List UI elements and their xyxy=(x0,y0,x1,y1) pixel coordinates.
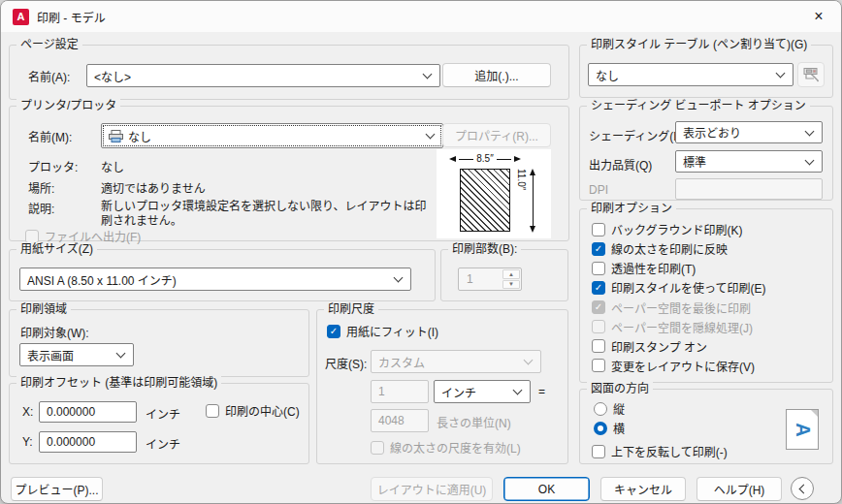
selected-value: ANSI A (8.50 x 11.00 インチ) xyxy=(27,271,177,288)
checkbox-icon xyxy=(206,404,219,418)
plot-option-label: 透過性を印刷(T) xyxy=(611,260,696,276)
checkbox-icon xyxy=(592,262,605,275)
plot-scale-group: 印刷尺度 用紙にフィット(I) 尺度(S): カスタム 1 インチ = 4048… xyxy=(316,309,568,464)
shaded-viewport-group: シェーディング ビューポート オプション シェーディング(D) 表示どおり 出力… xyxy=(579,106,833,201)
properties-button[interactable]: プロパティ(R)... xyxy=(442,123,551,147)
add-button[interactable]: 追加(.)... xyxy=(442,63,551,87)
checkbox-icon xyxy=(592,320,605,333)
titlebar: A 印刷 - モデル × xyxy=(1,1,841,32)
group-legend: ページ設定 xyxy=(16,38,82,52)
group-legend: 印刷部数(B): xyxy=(448,242,521,257)
equals-sign: = xyxy=(538,385,545,398)
spin-up-button[interactable]: ▲ xyxy=(502,269,520,279)
location-label: 場所: xyxy=(28,179,54,196)
plot-offset-group: 印刷オフセット (基準は印刷可能領域) X: インチ 印刷の中心(C) Y: イ… xyxy=(9,383,309,464)
page-setup-name-combobox[interactable]: <なし> xyxy=(86,64,440,87)
plot-style-combobox[interactable]: なし xyxy=(588,63,793,86)
shade-label: シェーディング(D) xyxy=(589,127,686,143)
close-button[interactable]: × xyxy=(796,1,841,32)
arrow-down-icon xyxy=(530,226,535,233)
checkbox-label: 上下を反転して印刷(-) xyxy=(611,443,728,459)
printer-name-combobox[interactable]: なし xyxy=(101,123,443,148)
x-label: X: xyxy=(22,405,33,419)
plot-option-row[interactable]: バックグラウンド印刷(K) xyxy=(592,221,826,237)
paper-height-value: 11.0″ xyxy=(516,169,527,233)
quality-combobox[interactable]: 標準 xyxy=(675,150,823,173)
shade-plot-combobox[interactable]: 表示どおり xyxy=(675,121,823,143)
plot-style-table-group: 印刷スタイル テーブル (ペン割り当て)(G) なし xyxy=(579,45,833,98)
plot-option-label: 印刷スタイルを使って印刷(E) xyxy=(611,279,765,296)
scale-denominator-input[interactable]: 4048 xyxy=(371,409,429,432)
group-legend: プリンタ/プロッタ xyxy=(16,99,120,113)
plot-options-list: バックグラウンド印刷(K) 線の太さを印刷に反映 透過性を印刷(T) 印刷スタイ… xyxy=(592,221,826,374)
plot-target-label: 印刷対象(W): xyxy=(20,324,89,340)
portrait-radio[interactable]: 縦 xyxy=(594,400,625,417)
page-setup-group: ページ設定 名前(A): <なし> 追加(.)... xyxy=(9,45,569,100)
chevron-down-icon xyxy=(426,130,436,140)
plot-option-row[interactable]: ペーパー空間を最後に印刷 xyxy=(592,299,826,316)
plot-option-label: 変更をレイアウトに保存(V) xyxy=(611,358,755,374)
description-label: 説明: xyxy=(28,200,54,216)
dpi-label: DPI xyxy=(589,183,608,197)
group-legend: 印刷オプション xyxy=(587,202,676,216)
radio-label: 縦 xyxy=(613,400,625,417)
help-button[interactable]: ヘルプ(H) xyxy=(696,477,782,501)
scale-numerator-input[interactable]: 1 xyxy=(371,380,429,403)
plot-area-combobox[interactable]: 表示画面 xyxy=(19,343,134,366)
group-legend: 用紙サイズ(Z) xyxy=(16,242,97,257)
preview-button[interactable]: プレビュー(P)... xyxy=(11,477,103,501)
radio-icon xyxy=(594,402,607,416)
plot-option-label: バックグラウンド印刷(K) xyxy=(611,221,743,237)
checkbox-label: 線の太さの尺度を有効(L) xyxy=(390,439,521,456)
selected-value: インチ xyxy=(441,384,476,400)
fit-to-paper-checkbox[interactable]: 用紙にフィット(I) xyxy=(327,323,438,339)
radio-label: 横 xyxy=(613,420,625,436)
y-offset-input[interactable] xyxy=(39,431,137,453)
plot-option-row[interactable]: 印刷スタンプ オン xyxy=(592,338,826,355)
group-legend: 印刷スタイル テーブル (ペン割り当て)(G) xyxy=(587,38,811,52)
selected-value: なし xyxy=(596,67,619,83)
logo-letter: A xyxy=(17,11,25,22)
plot-option-row[interactable]: ペーパー空間を隠線処理(J) xyxy=(592,319,826,335)
flip-plot-checkbox[interactable]: 上下を反転して印刷(-) xyxy=(592,443,728,459)
dpi-input[interactable] xyxy=(675,178,823,200)
chevron-down-icon xyxy=(423,70,433,79)
plot-area-group: 印刷領域 印刷対象(W): 表示画面 xyxy=(9,309,309,377)
checkbox-icon xyxy=(327,325,340,338)
rotated-a-glyph: A xyxy=(791,423,813,436)
selected-value: <なし> xyxy=(94,68,131,84)
paper-preview: 8.5″ 11.0″ xyxy=(437,149,551,238)
plot-option-row[interactable]: 線の太さを印刷に反映 xyxy=(592,240,826,257)
lineweight-scale-checkbox[interactable]: 線の太さの尺度を有効(L) xyxy=(371,439,521,456)
x-unit-label: インチ xyxy=(146,405,180,422)
less-options-button[interactable] xyxy=(791,477,814,500)
plot-option-row[interactable]: 変更をレイアウトに保存(V) xyxy=(592,358,826,374)
arrow-up-icon xyxy=(530,169,535,175)
plot-option-label: 線の太さを印刷に反映 xyxy=(611,240,728,257)
spin-down-button[interactable]: ▼ xyxy=(502,280,520,290)
plot-option-row[interactable]: 透過性を印刷(T) xyxy=(592,260,826,276)
x-offset-input[interactable] xyxy=(39,401,137,423)
scale-unit-combobox[interactable]: インチ xyxy=(434,380,531,403)
autocad-logo-icon: A xyxy=(13,9,29,25)
selected-value: なし xyxy=(128,128,151,144)
landscape-radio[interactable]: 横 xyxy=(594,420,625,436)
paper-size-combobox[interactable]: ANSI A (8.50 x 11.00 インチ) xyxy=(19,268,411,291)
group-legend: 印刷オフセット (基準は印刷可能領域) xyxy=(16,376,221,391)
center-plot-checkbox[interactable]: 印刷の中心(C) xyxy=(206,402,300,419)
chevron-down-icon xyxy=(116,349,126,359)
orientation-group: 図面の方向 縦 横 上下を反転して印刷(-) A xyxy=(579,389,833,464)
plot-option-row[interactable]: 印刷スタイルを使って印刷(E) xyxy=(592,279,826,296)
page-fold-corner xyxy=(810,409,819,418)
radio-icon xyxy=(594,422,607,435)
apply-to-layout-button[interactable]: レイアウトに適用(U) xyxy=(371,477,493,501)
cancel-button[interactable]: キャンセル xyxy=(600,477,686,501)
checkbox-icon xyxy=(25,230,39,243)
printer-plotter-group: プリンタ/プロッタ 名前(M): なし プロパティ(R)... プロッタ: なし… xyxy=(9,106,569,241)
chevron-down-icon xyxy=(805,126,815,136)
scale-combobox[interactable]: カスタム xyxy=(371,350,541,373)
edit-plot-style-button[interactable] xyxy=(797,62,825,87)
y-unit-label: インチ xyxy=(146,435,180,452)
ok-button[interactable]: OK xyxy=(503,477,590,501)
checkbox-label: 印刷の中心(C) xyxy=(225,402,300,419)
